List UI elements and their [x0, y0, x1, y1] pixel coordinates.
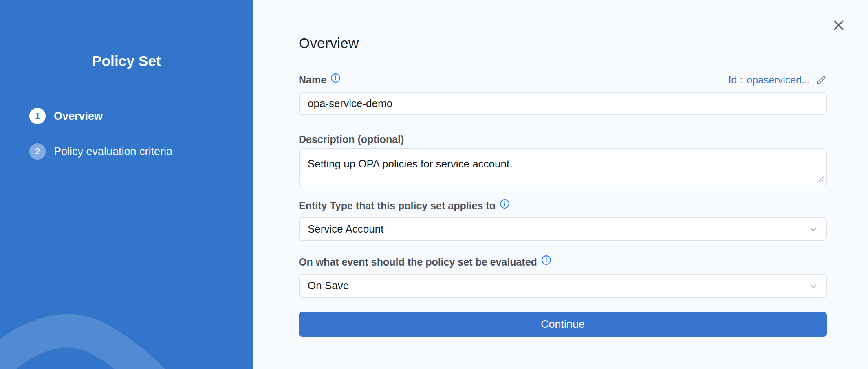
evaluation-event-label: On what event should the policy set be e… [299, 256, 827, 268]
step-2-badge: 2 [29, 143, 46, 160]
step-2-label: Policy evaluation criteria [54, 145, 172, 158]
wizard-sidebar: Policy Set 1 Overview 2 Policy evaluatio… [0, 0, 253, 369]
entity-type-select[interactable]: Service Account [299, 217, 827, 241]
id-group: Id : opaserviced... [729, 74, 827, 86]
evaluation-event-value: On Save [308, 279, 349, 292]
edit-icon [816, 75, 827, 86]
id-value-link[interactable]: opaserviced... [747, 74, 810, 86]
wave-decoration [0, 263, 253, 369]
wizard-title: Policy Set [0, 53, 253, 69]
info-icon[interactable] [541, 255, 551, 265]
close-button[interactable] [831, 18, 846, 33]
description-textarea[interactable]: Setting up OPA policies for service acco… [299, 148, 827, 185]
name-input[interactable] [299, 92, 827, 115]
step-1-label: Overview [54, 110, 103, 123]
chevron-down-icon [808, 281, 819, 291]
info-icon[interactable] [330, 73, 341, 83]
edit-id-button[interactable] [816, 75, 827, 86]
entity-type-value: Service Account [308, 223, 383, 235]
continue-button[interactable]: Continue [299, 312, 827, 337]
name-row: Name Id : opaserviced... [299, 74, 827, 86]
step-policy-evaluation-criteria[interactable]: 2 Policy evaluation criteria [29, 143, 172, 160]
description-field-wrap: Setting up OPA policies for service acco… [299, 148, 827, 185]
id-label: Id : [729, 74, 743, 86]
wizard-steps: 1 Overview 2 Policy evaluation criteria [29, 108, 172, 160]
description-label: Description (optional) [299, 133, 827, 145]
entity-type-label: Entity Type that this policy set applies… [299, 200, 827, 212]
chevron-down-icon [808, 224, 819, 235]
name-label: Name [299, 74, 341, 86]
evaluation-event-select[interactable]: On Save [299, 274, 827, 298]
page-title: Overview [299, 35, 359, 51]
overview-panel: Overview Name Id : opaserviced... [253, 0, 868, 369]
step-overview[interactable]: 1 Overview [29, 108, 172, 124]
close-icon [833, 19, 845, 31]
policy-set-dialog: Policy Set 1 Overview 2 Policy evaluatio… [0, 0, 868, 369]
info-icon[interactable] [500, 199, 510, 209]
step-1-badge: 1 [29, 108, 46, 124]
